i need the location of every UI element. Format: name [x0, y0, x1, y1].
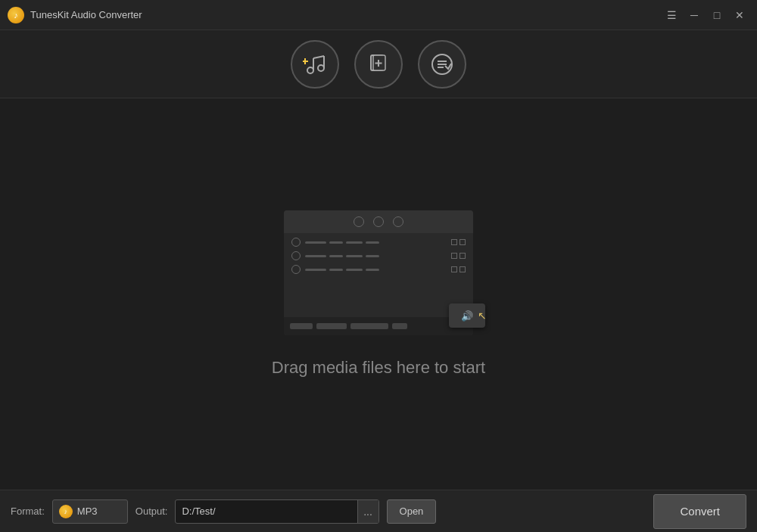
illus-circle-1	[354, 216, 364, 227]
illus-circle-3	[393, 216, 403, 227]
illus-lines-2	[305, 255, 447, 257]
app-title: TunesKit Audio Converter	[30, 9, 142, 20]
illus-lines-3	[305, 269, 447, 271]
illus-lines-1	[305, 241, 447, 244]
output-label: Output:	[136, 506, 168, 517]
output-field: ...	[175, 499, 378, 524]
title-controls: ☰ ─ □ ✕	[662, 8, 749, 23]
menu-button[interactable]: ☰	[662, 8, 681, 23]
open-button[interactable]: Open	[387, 499, 437, 524]
illus-bottom	[284, 317, 473, 335]
add-file-button[interactable]	[354, 40, 403, 89]
illus-checkboxes-3	[451, 266, 466, 272]
format-icon: ♪	[59, 505, 73, 518]
menu-icon: ☰	[667, 9, 677, 21]
add-music-button[interactable]	[291, 40, 339, 89]
minimize-icon: ─	[690, 9, 698, 21]
convert-button[interactable]: Convert	[653, 494, 746, 529]
maximize-icon: □	[714, 9, 720, 21]
close-icon: ✕	[735, 9, 744, 21]
illus-circle-2	[373, 216, 384, 227]
svg-point-0	[307, 67, 313, 73]
output-path-input[interactable]	[176, 506, 357, 517]
minimize-button[interactable]: ─	[684, 8, 704, 23]
illus-seg-2	[316, 323, 347, 329]
cursor-icon: ↖	[478, 310, 487, 322]
illus-top-bar	[284, 210, 473, 233]
illus-cb-2	[459, 239, 466, 245]
illus-cb-3	[451, 253, 457, 259]
illus-row-2	[291, 251, 466, 260]
illustration: 🔊 ↖	[284, 210, 473, 335]
illus-row-circle-3	[291, 265, 301, 274]
illus-row-circle-2	[291, 251, 301, 260]
illus-row-1	[291, 238, 466, 247]
svg-line-4	[313, 56, 324, 58]
speaker-icon: 🔊	[461, 310, 473, 322]
add-file-icon	[366, 52, 391, 76]
convert-list-button[interactable]	[418, 40, 466, 89]
format-select[interactable]: ♪ MP3	[52, 499, 128, 524]
main-content: 🔊 ↖ Drag media files here to start	[0, 98, 757, 490]
illus-body	[284, 233, 473, 283]
title-bar: ♪ TunesKit Audio Converter ☰ ─ □ ✕	[0, 0, 757, 30]
format-value: MP3	[77, 506, 98, 517]
app-logo: ♪	[8, 7, 24, 23]
illus-cb-5	[451, 266, 457, 272]
illus-checkboxes-1	[451, 239, 466, 245]
illus-cb-4	[459, 253, 466, 259]
music-icon	[303, 52, 327, 76]
toolbar	[0, 30, 757, 98]
illus-row-3	[291, 265, 466, 274]
illus-cb-row-1	[451, 239, 466, 245]
illus-cb-6	[459, 266, 466, 272]
dots-icon: ...	[363, 506, 372, 518]
illus-cb-1	[451, 239, 457, 245]
drag-drop-hint: Drag media files here to start	[272, 358, 485, 378]
illus-seg-1	[290, 323, 313, 329]
convert-list-icon	[430, 52, 454, 76]
maximize-button[interactable]: □	[707, 8, 727, 23]
close-button[interactable]: ✕	[730, 8, 749, 23]
format-label: Format:	[11, 506, 45, 517]
illus-seg-4	[392, 323, 407, 329]
output-browse-button[interactable]: ...	[357, 500, 378, 523]
illus-cb-row-2	[451, 253, 466, 259]
illus-seg-3	[350, 323, 388, 329]
bottom-bar: Format: ♪ MP3 Output: ... Open Convert	[0, 490, 757, 532]
illus-cb-row-3	[451, 266, 466, 272]
svg-point-1	[318, 65, 324, 71]
speaker-tooltip: 🔊 ↖	[449, 303, 485, 328]
illus-checkboxes-2	[451, 253, 466, 259]
illus-row-circle-1	[291, 238, 301, 247]
title-left: ♪ TunesKit Audio Converter	[8, 7, 142, 23]
